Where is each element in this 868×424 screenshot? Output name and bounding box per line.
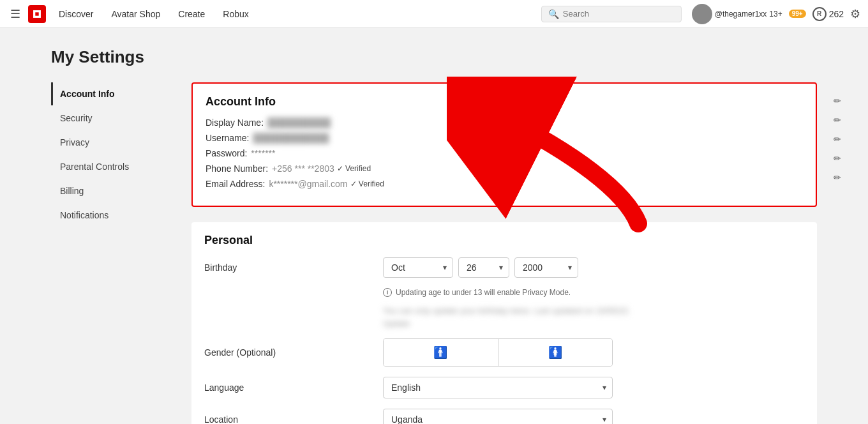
blurred-text: You can only update your birthday twice.… [383,305,804,329]
gender-control: 🚹 🚺 [383,338,804,367]
location-row: Location Uganda United States United Kin… [204,409,804,424]
main-content: Account Info Display Name: ██████████ Us… [179,82,817,424]
edit-username-button[interactable]: ✏ [832,113,842,127]
nav-links: Discover Avatar Shop Create Robux [51,3,536,26]
email-label: Email Address: [206,179,265,189]
password-label: Password: [206,148,247,158]
top-navigation: ☰ Discover Avatar Shop Create Robux 🔍 @t… [0,0,868,28]
top-right-controls: @thegamer1xx 13+ 99+ R 262 ⚙ [692,4,860,24]
edit-icons-column: ✏ ✏ ✏ ✏ ✏ [832,94,842,185]
username-label: @thegamer1xx [715,10,767,19]
search-box: 🔍 [541,6,682,22]
email-verified-badge: ✓ Verified [350,179,384,188]
info-circle-icon: i [383,288,392,297]
email-value: k*******@gmail.com [269,179,347,189]
hamburger-icon[interactable]: ☰ [8,4,23,24]
location-select[interactable]: Uganda United States United Kingdom Keny… [383,409,613,424]
gender-male-button[interactable]: 🚹 [384,339,498,366]
sidebar-item-security[interactable]: Security [51,107,179,130]
nav-robux[interactable]: Robux [215,3,256,26]
phone-value: +256 *** **2803 [272,163,334,174]
phone-row: Phone Number: +256 *** **2803 ✓ Verified [206,163,803,174]
gender-row: Gender (Optional) 🚹 🚺 [204,338,804,367]
edit-password-button[interactable]: ✏ [832,132,842,146]
birthday-year-wrap: 200020011999 199819971995 [514,257,578,278]
display-name-value: ██████████ [267,117,331,128]
account-info-section: Account Info Display Name: ██████████ Us… [191,82,817,207]
location-control: Uganda United States United Kingdom Keny… [383,409,804,424]
search-input[interactable] [563,9,675,19]
nav-avatar-shop[interactable]: Avatar Shop [103,3,168,26]
gender-female-button[interactable]: 🚺 [498,339,613,366]
robux-icon: R [812,7,827,21]
settings-gear-icon[interactable]: ⚙ [850,7,860,21]
sidebar: Account Info Security Privacy Parental C… [51,82,179,424]
username-label-field: Username: [206,133,249,143]
birthday-label: Birthday [204,262,383,273]
birthday-day-select[interactable]: 1234 5678 9101112 13141516 17181920 2122… [458,257,509,278]
search-icon: 🔍 [548,9,559,19]
personal-section: Personal Birthday JanFebMar AprMayJun Ju… [191,222,817,424]
location-label: Location [204,414,383,424]
phone-label: Phone Number: [206,163,268,174]
edit-display-name-button[interactable]: ✏ [832,94,842,108]
language-label: Language [204,382,383,393]
nav-create[interactable]: Create [170,3,213,26]
account-info-wrapper: Account Info Display Name: ██████████ Us… [191,82,817,222]
birthday-month-wrap: JanFebMar AprMayJun JulAugSep OctNovDec [383,257,453,278]
sidebar-item-notifications[interactable]: Notifications [51,204,179,227]
language-row: Language English Spanish French German P… [204,377,804,398]
location-dropdown-wrap: Uganda United States United Kingdom Keny… [383,409,613,424]
blurred-info-row: You can only update your birthday twice.… [383,305,804,329]
age-label: 13+ [769,10,782,19]
username-value: ████████████ [253,133,329,143]
birthday-day-wrap: 1234 5678 9101112 13141516 17181920 2122… [458,257,509,278]
username-row: Username: ████████████ [206,133,803,143]
language-dropdown-wrap: English Spanish French German Portuguese [383,377,613,398]
sidebar-item-account-info[interactable]: Account Info [51,82,179,105]
email-row: Email Address: k*******@gmail.com ✓ Veri… [206,179,803,189]
content-area: Account Info Security Privacy Parental C… [51,82,817,424]
birthday-year-select[interactable]: 200020011999 199819971995 [514,257,578,278]
gender-label: Gender (Optional) [204,347,383,358]
robux-count: 262 [829,9,844,19]
language-control: English Spanish French German Portuguese [383,377,804,398]
language-select[interactable]: English Spanish French German Portuguese [383,377,613,398]
sidebar-item-privacy[interactable]: Privacy [51,131,179,154]
user-avatar-area[interactable]: @thegamer1xx 13+ [692,4,782,24]
birthday-row: Birthday JanFebMar AprMayJun JulAugSep O… [204,257,804,278]
notification-badge[interactable]: 99+ [789,10,806,18]
roblox-logo[interactable] [28,5,46,23]
age-note-row: i Updating age to under 13 will enable P… [383,288,804,297]
sidebar-item-billing[interactable]: Billing [51,179,179,202]
age-note-text: Updating age to under 13 will enable Pri… [396,288,571,297]
gender-buttons: 🚹 🚺 [383,338,613,367]
account-info-title: Account Info [206,95,803,109]
svg-marker-1 [35,12,38,15]
birthday-selects: JanFebMar AprMayJun JulAugSep OctNovDec … [383,257,804,278]
display-name-label: Display Name: [206,117,264,128]
edit-phone-button[interactable]: ✏ [832,151,842,165]
sidebar-item-parental-controls[interactable]: Parental Controls [51,155,179,178]
password-row: Password: ******* [206,148,803,158]
display-name-row: Display Name: ██████████ [206,117,803,128]
edit-email-button[interactable]: ✏ [832,170,842,185]
page-container: My Settings Account Info Security Privac… [0,28,868,424]
robux-area[interactable]: R 262 [812,7,844,21]
nav-discover[interactable]: Discover [51,3,101,26]
phone-verified-badge: ✓ Verified [337,164,371,173]
page-title: My Settings [51,47,817,67]
password-value: ******* [251,148,275,158]
avatar [692,4,712,24]
birthday-month-select[interactable]: JanFebMar AprMayJun JulAugSep OctNovDec [383,257,453,278]
personal-title: Personal [204,234,804,247]
